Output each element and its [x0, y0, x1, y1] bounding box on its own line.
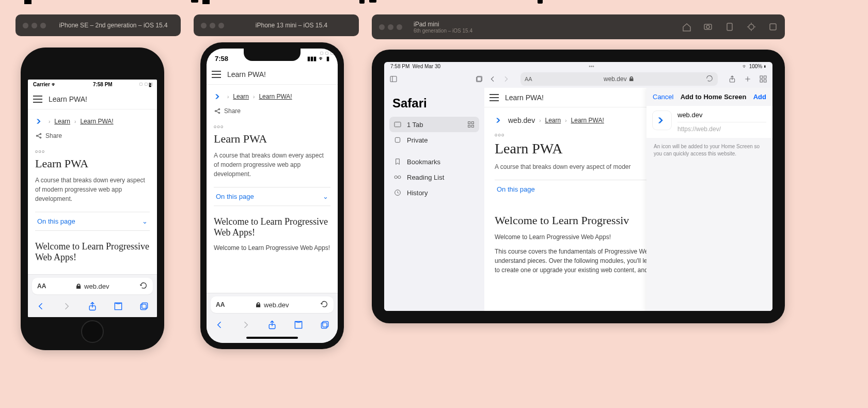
rotate-icon[interactable]	[725, 22, 734, 32]
bookmarks-button[interactable]	[113, 301, 123, 313]
breadcrumb: › Learn › Learn PWA!	[214, 92, 330, 101]
signal-icon: ▮▮▮	[307, 55, 317, 62]
battery-icon: ▮	[764, 64, 766, 69]
wifi-icon: ᯤ	[319, 55, 324, 61]
crumb-learn-pwa[interactable]: Learn PWA!	[571, 117, 604, 124]
screenshot-icon[interactable]	[703, 22, 713, 32]
svg-rect-27	[760, 76, 763, 79]
chevron-down-icon: ⌄	[323, 193, 328, 200]
add-to-home-screen-popover: Cancel Add to Home Screen Add web.dev ht…	[646, 88, 772, 311]
crumb-learn[interactable]: Learn	[233, 93, 249, 100]
wifi-icon: ᯤ	[743, 64, 748, 69]
popover-note: An icon will be added to your Home Scree…	[646, 138, 772, 163]
forward-button	[241, 320, 251, 332]
crumb-learn-pwa[interactable]: Learn PWA!	[80, 118, 113, 125]
share-button[interactable]	[267, 320, 277, 332]
svg-rect-32	[468, 122, 470, 124]
crumb-learn[interactable]: Learn	[545, 117, 561, 124]
reload-icon[interactable]	[705, 74, 714, 84]
svg-rect-34	[468, 125, 470, 127]
share-label: Share	[45, 132, 62, 139]
crumb-learn[interactable]: Learn	[54, 118, 70, 125]
url-bar[interactable]: AA 🔒︎ web.dev	[32, 278, 153, 294]
back-button[interactable]	[488, 75, 497, 83]
svg-point-17	[215, 111, 216, 112]
tabs-overview-icon[interactable]	[475, 75, 483, 83]
private-icon	[393, 136, 402, 144]
simulator-title: iPad mini	[414, 21, 472, 28]
back-button[interactable]	[36, 301, 46, 313]
carrier-label: Carrier	[33, 82, 50, 87]
cancel-button[interactable]: Cancel	[653, 93, 673, 101]
meta-dots: ooo	[214, 124, 330, 129]
back-button[interactable]	[214, 320, 225, 332]
aa-button[interactable]: AA	[216, 301, 225, 308]
section-heading: Welcome to Learn Progressive Web Apps!	[35, 241, 150, 263]
home-icon[interactable]	[682, 22, 691, 32]
tab-groups-button[interactable]	[759, 75, 767, 83]
appearance-icon[interactable]	[747, 22, 756, 32]
device-iphone-se: Carrier ︎ᯤ 7:58 PM ▮ Learn PWA! › Learn …	[21, 48, 164, 350]
add-button[interactable]: Add	[753, 93, 766, 101]
home-button[interactable]	[81, 320, 104, 343]
url-text: web.dev	[264, 301, 289, 309]
share-button[interactable]	[87, 301, 98, 313]
on-this-page-toggle[interactable]: On this page ⌄	[214, 187, 330, 206]
clock-icon	[393, 189, 402, 197]
on-this-page-toggle[interactable]: On this page ⌄	[35, 212, 150, 231]
new-tab-button[interactable]	[744, 75, 752, 83]
sidebar-item-reading-list[interactable]: Reading List	[389, 169, 479, 185]
svg-rect-28	[764, 76, 766, 79]
tabs-button[interactable]	[139, 301, 149, 313]
time-label: 7:58 PM	[390, 64, 409, 69]
svg-rect-30	[764, 80, 766, 82]
on-this-page-label: On this page	[37, 217, 75, 225]
debug-badges	[320, 52, 334, 55]
menu-icon[interactable]	[212, 71, 221, 78]
svg-point-7	[706, 25, 709, 28]
sidebar-item-private[interactable]: Private	[389, 132, 479, 148]
svg-rect-15	[142, 303, 148, 308]
safari-sidebar: Safari 1 Tab Private Bookmarks Re	[384, 88, 484, 311]
share-button[interactable]	[728, 75, 736, 83]
time-label: 7:58	[215, 55, 228, 62]
svg-point-9	[749, 24, 754, 29]
svg-point-19	[218, 112, 219, 113]
lock-icon: 🔒︎	[628, 75, 635, 83]
traffic-lights[interactable]	[379, 24, 402, 30]
reload-icon[interactable]	[139, 281, 148, 291]
chevron-right-icon: ›	[253, 94, 255, 100]
share-row[interactable]: Share	[214, 107, 330, 115]
site-name-field[interactable]: web.dev	[677, 111, 766, 122]
article-description: A course that breaks down every aspect o…	[214, 151, 330, 179]
svg-point-13	[40, 137, 41, 138]
url-bar[interactable]: AA 🔒︎ web.dev	[211, 296, 334, 313]
bookmarks-button[interactable]	[293, 320, 304, 332]
grid-icon[interactable]	[467, 120, 475, 129]
glasses-icon	[393, 173, 402, 181]
sidebar-toggle-icon[interactable]	[389, 75, 398, 83]
aa-button[interactable]: AA	[525, 76, 532, 82]
aa-button[interactable]: AA	[37, 283, 46, 290]
page-header: Learn PWA!	[207, 64, 338, 85]
home-indicator[interactable]	[246, 337, 298, 339]
share-icon	[214, 107, 221, 115]
menu-icon[interactable]	[490, 94, 499, 101]
forward-button[interactable]	[502, 75, 510, 83]
reload-icon[interactable]	[320, 300, 328, 310]
sidebar-item-history[interactable]: History	[389, 185, 479, 200]
sidebar-item-bookmarks[interactable]: Bookmarks	[389, 154, 479, 169]
sidebar-item-label: Reading List	[407, 174, 444, 181]
meta-dots: ooo	[35, 149, 150, 154]
menu-icon[interactable]	[33, 96, 42, 103]
share-row[interactable]: Share	[35, 132, 150, 139]
sidebar-item-label: History	[407, 189, 428, 197]
handle-dots: •••	[589, 64, 594, 69]
tabs-button[interactable]	[320, 320, 330, 332]
url-bar[interactable]: AA web.dev 🔒︎	[520, 72, 718, 86]
safari-nav-row	[28, 297, 157, 317]
settings-icon[interactable]	[768, 22, 778, 32]
svg-point-18	[218, 108, 219, 109]
crumb-learn-pwa[interactable]: Learn PWA!	[259, 93, 292, 100]
sidebar-item-tabs[interactable]: 1 Tab	[389, 117, 479, 132]
